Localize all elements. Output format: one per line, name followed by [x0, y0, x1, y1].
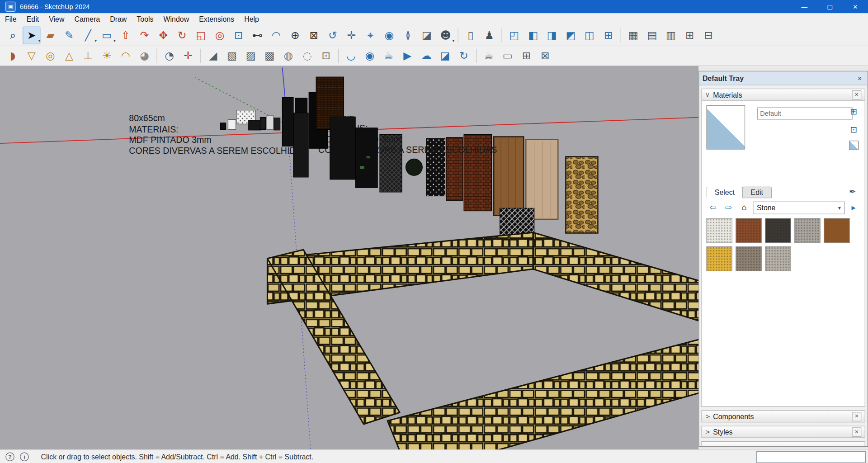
truncated-section-header[interactable]: > [701, 441, 865, 447]
minimize-button[interactable]: — [792, 0, 817, 13]
material-sample-panel[interactable] [330, 117, 355, 179]
smooth-icon[interactable]: ◉ [361, 47, 378, 64]
new-file-icon[interactable]: ▯ [462, 26, 479, 44]
material-sample-panel[interactable] [220, 123, 226, 130]
select-tool-icon[interactable]: ➤▾ [23, 26, 40, 44]
wood-sample-panel[interactable] [494, 137, 524, 215]
menu-item-window[interactable]: Window [159, 13, 194, 25]
stone-swatch-1[interactable] [706, 218, 732, 243]
chevron-right-icon[interactable]: > [705, 428, 713, 435]
components-close-icon[interactable]: ✕ [852, 411, 861, 421]
play-icon[interactable]: ▶ [399, 47, 416, 64]
sun-icon[interactable]: ☀ [98, 47, 116, 64]
position-camera-icon[interactable]: ⌖ [362, 26, 379, 44]
screen-icon[interactable]: ▭ [499, 47, 516, 64]
stone-swatch-3[interactable] [765, 218, 791, 243]
material-sample-panel[interactable] [249, 120, 261, 130]
shape-tool-icon[interactable]: ▭▾ [98, 26, 116, 44]
move-tool-icon[interactable]: ✥ [155, 26, 172, 44]
pan-tool-icon[interactable]: ✛ [343, 26, 360, 44]
pot-icon[interactable]: ☕ [380, 47, 397, 64]
details-arrow-icon[interactable]: ▸ [847, 201, 860, 214]
forward-arrow-icon[interactable]: ⇨ [722, 201, 735, 214]
close-button[interactable]: ✕ [843, 0, 868, 13]
styles-close-icon[interactable]: ✕ [852, 427, 861, 437]
cone-icon[interactable]: △ [60, 47, 78, 64]
pencil-tool-icon[interactable]: ✎ [60, 26, 78, 44]
frame-tool-icon[interactable]: ▤ [643, 26, 661, 44]
material-sample-panel[interactable] [260, 118, 266, 130]
maximize-button[interactable]: ▢ [817, 0, 842, 13]
cells-tool-icon[interactable]: ⊞ [681, 26, 698, 44]
tab-edit[interactable]: Edit [742, 187, 771, 198]
model-viewport[interactable]: 80x65cm MATERIAIS: MDF PINTADO 3mm CORES… [0, 66, 698, 450]
followme-tool-icon[interactable]: ↷ [136, 26, 153, 44]
layout-tool-icon[interactable]: ⊟ [700, 26, 717, 44]
stone-swatch-2[interactable] [736, 218, 762, 243]
grid-tool-icon[interactable]: ▦ [624, 26, 642, 44]
secondary-pane-icon[interactable]: ⊡ [847, 123, 860, 136]
axes-move-icon[interactable]: ✛ [179, 47, 197, 64]
window-icon[interactable]: ⊞ [518, 47, 535, 64]
measurements-box[interactable] [756, 451, 866, 463]
paste-icon[interactable]: ⊡ [317, 47, 335, 64]
solid-trim-icon[interactable]: ◩ [562, 26, 580, 44]
styles-section-header[interactable]: > Styles ✕ [701, 426, 865, 438]
orbit-tool-icon[interactable]: ↺ [324, 26, 341, 44]
solid-intersect-icon[interactable]: ◫ [580, 26, 598, 44]
menu-item-camera[interactable]: Camera [69, 13, 105, 25]
create-material-icon[interactable]: ⊞ [847, 105, 860, 118]
stone-swatch-8[interactable] [765, 246, 791, 271]
tray-close-icon[interactable]: ✕ [855, 74, 864, 83]
wood-sample-panel[interactable] [526, 140, 558, 219]
stone-swatch-6[interactable] [706, 246, 732, 271]
menu-item-tools[interactable]: Tools [132, 13, 158, 25]
avatar-icon[interactable]: ☻▾ [437, 26, 454, 44]
ring-sphere-icon[interactable]: ◌ [298, 47, 316, 64]
line-tool-icon-dropdown[interactable]: ▾ [94, 38, 97, 43]
default-material-chip[interactable] [849, 141, 859, 150]
mug-icon[interactable]: ☕ [480, 47, 498, 64]
look-around-icon[interactable]: ◉ [380, 26, 398, 44]
soften-edges-icon[interactable]: ◡ [342, 47, 360, 64]
hatch-box-icon[interactable]: ▧ [223, 47, 241, 64]
material-category-dropdown[interactable]: Stone ▾ [753, 201, 844, 214]
menu-item-extensions[interactable]: Extensions [194, 13, 239, 25]
cloud-icon[interactable]: ☁ [417, 47, 435, 64]
stone-sample-panel[interactable] [566, 157, 598, 233]
circle-select-icon[interactable]: ◔ [160, 47, 178, 64]
components-section-header[interactable]: > Components ✕ [701, 410, 865, 422]
solid-split-icon[interactable]: ⊞ [599, 26, 617, 44]
material-preview-thumbnail[interactable] [706, 105, 745, 150]
menu-item-help[interactable]: Help [239, 13, 264, 25]
sample-paint-icon[interactable]: ✒ [846, 185, 859, 198]
rotate-tool-icon[interactable]: ↻ [173, 26, 191, 44]
solid-subtract-icon[interactable]: ◨ [543, 26, 561, 44]
materials-close-icon[interactable]: ✕ [852, 90, 861, 99]
section-plane-icon[interactable]: ◪ [418, 26, 435, 44]
table-tool-icon[interactable]: ▥ [662, 26, 679, 44]
eraser-tool-icon[interactable]: ▰ [42, 26, 59, 44]
geolocation-help-icon[interactable]: ? [5, 452, 14, 461]
dot-sphere-icon[interactable]: ◍ [279, 47, 297, 64]
menu-item-view[interactable]: View [44, 13, 69, 25]
shape-tool-icon-dropdown[interactable]: ▾ [113, 38, 116, 43]
ring-icon[interactable]: ◎ [42, 47, 59, 64]
material-name-input[interactable] [757, 108, 853, 120]
protractor-icon[interactable]: ◠ [267, 26, 285, 44]
material-sample-panel[interactable] [293, 113, 308, 177]
lock-icon[interactable]: ⊠ [537, 47, 554, 64]
tape-measure-icon[interactable]: ⊷ [249, 26, 266, 44]
dome-icon[interactable]: ◠ [117, 47, 134, 64]
mesh-box-icon[interactable]: ▨ [242, 47, 259, 64]
stone-swatch-4[interactable] [794, 218, 821, 243]
material-sample-panel[interactable] [282, 98, 293, 146]
pushpull-tool-icon[interactable]: ⇧ [117, 26, 134, 44]
material-sample-panel[interactable] [267, 116, 274, 130]
scale-tool-icon[interactable]: ◱ [192, 26, 210, 44]
materials-section-header[interactable]: ∨ Materials ✕ [701, 89, 865, 101]
walk-tool-icon[interactable]: ≬ [399, 26, 417, 44]
sphere-icon[interactable]: ◕ [136, 47, 153, 64]
back-arrow-icon[interactable]: ⇦ [706, 201, 719, 214]
menu-item-edit[interactable]: Edit [22, 13, 44, 25]
